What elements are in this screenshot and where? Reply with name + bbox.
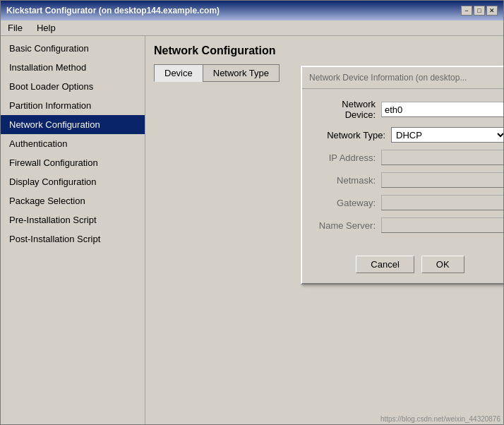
ip-address-label: IP Address: [313, 152, 381, 163]
ip-address-input[interactable] [381, 150, 503, 165]
network-type-select[interactable]: DHCP Static BOOTP [391, 127, 503, 143]
window-title: Kickstart Configurator (on desktop144.ex… [6, 6, 220, 16]
minimize-button[interactable]: − [461, 6, 472, 16]
content-area: Network Configuration Device Network Typ… [145, 36, 503, 424]
name-server-input[interactable] [381, 217, 503, 233]
cancel-button[interactable]: Cancel [356, 256, 414, 273]
network-type-label: Network Type: [313, 130, 391, 140]
window-controls: − □ ✕ [461, 6, 498, 16]
gateway-label: Gateway: [313, 198, 381, 208]
sidebar-item-display-configuration[interactable]: Display Configuration [1, 172, 145, 191]
name-server-row: Name Server: [313, 217, 503, 233]
gateway-row: Gateway: [313, 195, 503, 210]
dialog-footer: Cancel OK [302, 250, 503, 283]
network-device-label: Network Device: [313, 99, 381, 120]
ok-button[interactable]: OK [421, 256, 464, 273]
sidebar-item-network-configuration[interactable]: Network Configuration [1, 115, 145, 134]
sidebar: Basic Configuration Installation Method … [1, 36, 145, 424]
netmask-input[interactable] [381, 172, 503, 188]
maximize-button[interactable]: □ [474, 6, 485, 16]
title-bar: Kickstart Configurator (on desktop144.ex… [1, 1, 503, 20]
tab-network-type[interactable]: Network Type [203, 64, 280, 82]
sidebar-item-basic-configuration[interactable]: Basic Configuration [1, 39, 145, 58]
main-content: Basic Configuration Installation Method … [1, 36, 503, 424]
sidebar-item-boot-loader-options[interactable]: Boot Loader Options [1, 77, 145, 96]
menu-help[interactable]: Help [32, 21, 60, 35]
sidebar-item-firewall-configuration[interactable]: Firewall Configuration [1, 153, 145, 172]
sidebar-item-installation-method[interactable]: Installation Method [1, 58, 145, 77]
dialog-header: Network Device Information (on desktop..… [302, 67, 503, 89]
network-device-input[interactable] [381, 102, 503, 117]
menu-bar: File Help [1, 20, 503, 36]
netmask-label: Netmask: [313, 175, 381, 186]
netmask-row: Netmask: [313, 172, 503, 188]
sidebar-item-partition-information[interactable]: Partition Information [1, 96, 145, 115]
name-server-label: Name Server: [313, 220, 381, 231]
sidebar-item-post-installation-script[interactable]: Post-Installation Script [1, 229, 145, 249]
sidebar-item-authentication[interactable]: Authentication [1, 134, 145, 153]
network-type-row: Network Type: DHCP Static BOOTP [313, 127, 503, 143]
dialog-body: Network Device: Network Type: DHCP Stati… [302, 89, 503, 250]
gateway-input[interactable] [381, 195, 503, 210]
watermark: https://blog.csdn.net/weixin_44320876 [380, 415, 500, 423]
sidebar-item-package-selection[interactable]: Package Selection [1, 191, 145, 210]
network-device-row: Network Device: [313, 99, 503, 120]
network-device-dialog: Network Device Information (on desktop..… [301, 66, 503, 285]
main-window: Kickstart Configurator (on desktop144.ex… [0, 0, 504, 425]
page-title: Network Configuration [154, 44, 495, 57]
sidebar-item-pre-installation-script[interactable]: Pre-Installation Script [1, 210, 145, 229]
close-button[interactable]: ✕ [486, 6, 498, 16]
ip-address-row: IP Address: [313, 150, 503, 165]
menu-file[interactable]: File [4, 21, 27, 35]
tab-device[interactable]: Device [154, 64, 203, 82]
